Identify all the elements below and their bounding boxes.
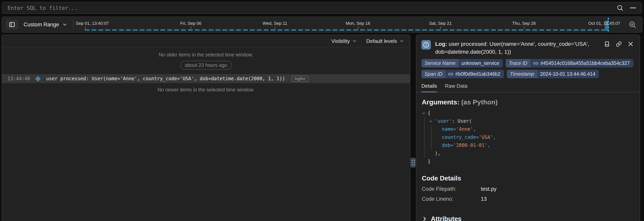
visibility-dropdown[interactable]: Visibility [331,38,357,44]
badge-value-text: unknown_service [461,60,499,66]
time-range-label: Custom Range [24,22,59,28]
indent-guide [429,141,436,149]
indent-guide [422,133,429,141]
code-line: name='Anne', [422,125,634,133]
arguments-heading: Arguments: (as Python) [422,98,634,106]
no-newer-items-notice: No newer items in the selected time wind… [2,87,410,93]
code-line: ), [422,149,634,158]
sql-filter-input[interactable] [8,5,616,11]
default-levels-dropdown[interactable]: Default levels [366,38,404,44]
sidebar-toggle-button[interactable] [6,19,18,30]
chevron-down-icon [352,39,357,43]
timeline-tick-mark [358,26,358,29]
info-icon [422,40,431,49]
code-token: : [452,117,458,125]
timeline-tick-label: Fri, Sep 06 [180,21,201,26]
code-token: User( [458,117,472,125]
more-options-icon[interactable] [630,4,636,11]
chevron-spacer [436,141,442,149]
indent-guide [429,133,436,141]
metadata-badge-span-id[interactable]: Span ID#b0f0d9ed1ab346b2 [422,70,504,78]
detail-title-prefix: Log: [435,41,447,47]
log-list-panel: Visibility Default levels No older items… [2,35,410,221]
log-row[interactable]: 13:44:46 user processed: User(name='Anne… [2,74,410,83]
code-detail-row: Code Lineno:13 [422,196,634,202]
code-detail-value: test.py [481,186,496,192]
code-details-heading: Code Details [422,175,634,182]
close-icon[interactable] [628,41,634,47]
main-area: Visibility Default levels No older items… [2,35,640,221]
metadata-badges: Service Nameunknown_serviceTrace ID#4545… [416,57,640,78]
zoom-in-button[interactable] [628,20,636,29]
relative-time-badge: about 23 hours ago [180,61,232,70]
timeline-tick-mark [275,26,275,29]
chevron-spacer [436,125,442,133]
chevron-down-icon [399,39,404,43]
log-row-message: user processed: User(name='Anne', countr… [46,76,285,81]
metadata-badge-timestamp: Timestamp2024-10-01 13:44:46.414 [507,70,599,78]
link-icon [448,72,453,77]
timeline-tick-label: Mon, Sep 16 [346,21,370,26]
code-token: , [473,125,476,133]
attributes-section-toggle[interactable]: Attributes [422,215,634,221]
detail-header: Log: user processed: User(name='Anne', c… [416,35,640,57]
attributes-heading: Attributes [431,215,462,221]
code-token: dob= [442,141,453,149]
code-detail-value: 13 [481,196,487,202]
code-token: } [428,158,430,166]
timeline-tick-label: Sat, Sep 21 [429,21,452,26]
timeline-tick-label: Oct 01, 13:45:07 [588,21,620,26]
badge-value-text: #b0f0d9ed1ab346b2 [455,71,500,77]
arguments-subheading-text: (as Python) [461,98,498,106]
tab-details[interactable]: Details [422,83,437,92]
log-level-diamond-icon [35,76,41,82]
arguments-code-block: {'user': User(name='Anne',country_code='… [422,109,634,166]
dock-bottom-icon[interactable] [604,41,610,47]
timeline-tick-label: Wed, Sep 11 [262,21,287,26]
copy-link-icon[interactable] [616,41,622,47]
badge-value: 2024-10-01 13:44:46.414 [537,70,599,78]
timeline-tick-mark [85,26,86,29]
chevron-spacer [429,149,435,158]
filter-bar-actions [616,4,636,11]
timeline-selection-cursor[interactable] [608,18,609,31]
timeline-activity-line [85,29,605,31]
timeline-track[interactable]: Sep 01, 13:40:07Fri, Sep 06Wed, Sep 11Mo… [74,17,624,32]
code-token: '2000-01-01' [453,141,487,149]
code-token: 'user' [435,117,452,125]
chevron-right-icon [422,216,427,221]
code-token: 'Anne' [456,125,473,133]
chevron-spacer [422,158,428,166]
collapse-chevron-icon[interactable] [422,109,428,117]
no-older-items-notice: No older items in the selected time wind… [2,52,410,58]
default-levels-label: Default levels [366,38,397,44]
detail-body: Arguments: (as Python) {'user': User(nam… [416,92,640,221]
timeline-tick-mark [440,26,441,29]
link-icon [533,61,538,66]
indent-guide [429,125,436,133]
metadata-badge-trace-id[interactable]: Trace ID#454514c0168a455a51bb4ceba354c32… [506,59,633,67]
timeline-tick-label: Sep 01, 13:40:07 [76,21,109,26]
badge-label: Service Name [422,59,458,67]
indent-guide [422,149,429,158]
code-line: dob='2000-01-01', [422,141,634,149]
search-icon[interactable] [616,4,624,11]
log-list-toolbar: Visibility Default levels [2,35,410,48]
panel-left-icon [9,21,15,28]
zoom-in-icon [628,20,636,29]
detail-title-text: user processed: User(name='Anne', countr… [435,41,589,55]
badge-value: #b0f0d9ed1ab346b2 [446,70,504,78]
collapse-chevron-icon[interactable] [429,117,435,125]
code-token: country_code= [442,133,479,141]
tab-raw-data[interactable]: Raw Data [445,83,467,92]
code-token: name= [442,125,456,133]
splitter-grip-handle[interactable] [410,158,416,168]
timeline-tick-mark [191,26,191,29]
sql-filter-bar [2,2,642,14]
badge-value-text: 2024-10-01 13:44:46.414 [540,71,596,77]
badge-value: #454514c0168a455a51bb4ceba354c327 [530,59,633,67]
timeline-tick-mark [524,26,524,29]
log-row-tag: logfire [292,76,308,82]
badge-label: Timestamp [507,70,537,78]
time-range-selector[interactable]: Custom Range [24,22,67,28]
